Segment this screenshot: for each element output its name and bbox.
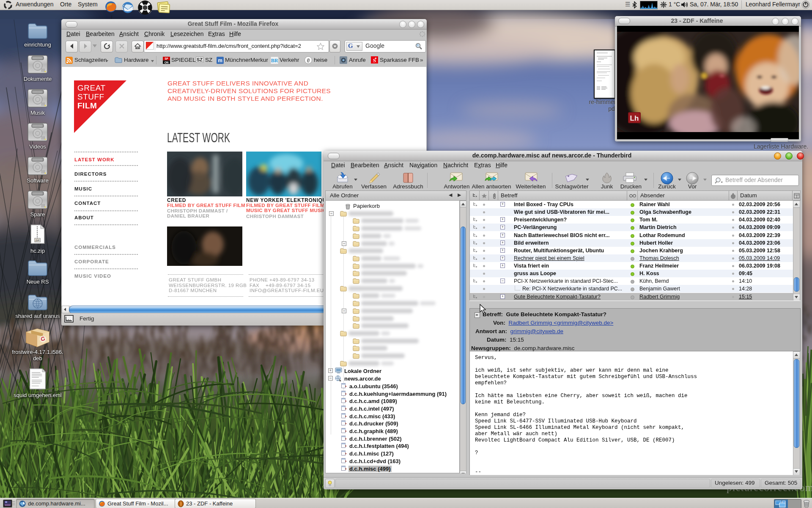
svg-text:BR: BR <box>271 58 278 64</box>
svg-text:ON: ON <box>165 61 169 64</box>
svg-text:m: m <box>218 58 222 64</box>
svg-text:SP: SP <box>165 57 168 60</box>
svg-text:Lh: Lh <box>630 114 639 122</box>
svg-text:GREAT: GREAT <box>77 83 106 92</box>
svg-text:FILM: FILM <box>77 101 97 110</box>
svg-text:@: @ <box>307 58 310 63</box>
svg-text:STUFF: STUFF <box>77 92 104 101</box>
